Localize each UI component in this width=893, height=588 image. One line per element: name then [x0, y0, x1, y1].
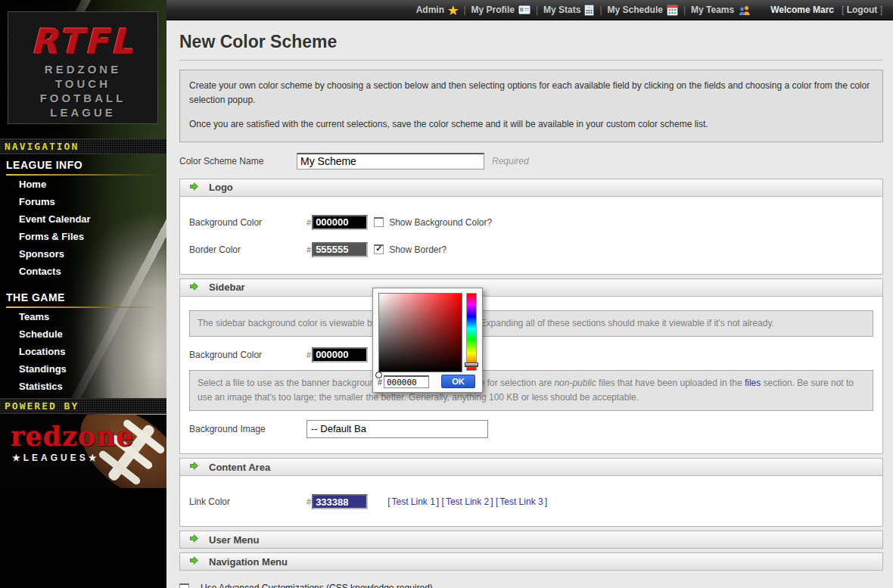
files-link[interactable]: files [745, 378, 761, 388]
section-header-sidebar[interactable]: Sidebar [179, 278, 883, 297]
field-label: Background Color [189, 217, 306, 228]
intro-paragraph-2: Once you are satisfied with the current … [189, 117, 873, 132]
page-title: New Color Scheme [179, 32, 883, 52]
league-logo-line: FOOTBALL [8, 91, 157, 105]
topbar-my-schedule[interactable]: My Schedule [608, 5, 678, 16]
topbar-my-stats[interactable]: My Stats [543, 5, 594, 16]
logout-wrap: [ Logout ] [842, 5, 882, 15]
field-label: Background Color [189, 350, 306, 360]
powered-by-led-banner: POWERED BY [0, 398, 166, 414]
section-header-logo[interactable]: Logo [179, 179, 883, 197]
group-icon [738, 5, 751, 16]
hue-slider[interactable] [466, 293, 477, 371]
league-sidebar: RTFL REDZONE TOUCH FOOTBALL LEAGUE NAVIG… [0, 0, 166, 588]
league-logo-acronym: RTFL [8, 21, 157, 62]
main-content: New Color Scheme Create your own color s… [166, 20, 893, 588]
test-link-2[interactable]: Test Link 2 [446, 496, 489, 507]
logo-border-color-input[interactable] [312, 242, 368, 257]
checkbox-label: Show Background Color? [389, 217, 492, 228]
vcard-icon [518, 5, 531, 14]
separator: | [463, 5, 465, 15]
section-header-navigation-menu[interactable]: Navigation Menu [179, 552, 883, 571]
star-icon: ★ [448, 5, 458, 16]
section-body-logo: Background Color # Show Background Color… [179, 197, 883, 275]
show-border-checkbox[interactable] [374, 244, 384, 254]
sidebar-item-contacts[interactable]: Contacts [0, 263, 166, 280]
advanced-customizations-checkbox[interactable] [179, 583, 189, 588]
league-logo-line: REDZONE [8, 62, 157, 76]
redzone-leagues-brand[interactable]: redzone ★LEAGUES★ [0, 415, 166, 488]
sidebar-item-forms-files[interactable]: Forms & Files [0, 228, 166, 245]
color-picker-popup: # OK [372, 288, 483, 393]
sidebar-background-color-row: Background Color # [189, 346, 873, 364]
sidebar-item-forums[interactable]: Forums [0, 193, 166, 210]
sidebar-item-standings[interactable]: Standings [0, 360, 166, 378]
topbar-my-teams[interactable]: My Teams [691, 5, 751, 16]
test-links: [Test Link 1] [Test Link 2] [Test Link 3… [387, 496, 547, 507]
background-image-select[interactable]: -- Default Ba [306, 420, 488, 438]
logout-link[interactable]: Logout [847, 5, 878, 15]
separator: | [599, 5, 602, 15]
test-link-1[interactable]: Test Link 1 [391, 496, 434, 507]
link-color-row: Link Color # [Test Link 1] [Test Link 2]… [189, 493, 873, 511]
green-arrow-icon [189, 534, 199, 546]
calculator-icon [584, 5, 594, 16]
section-body-content-area: Link Color # [Test Link 1] [Test Link 2]… [179, 476, 883, 527]
logo-border-color-row: Border Color # Show Border? [189, 241, 873, 259]
field-label: Link Color [189, 496, 306, 507]
css-abbr: CSS [329, 583, 348, 588]
show-background-color-checkbox[interactable] [374, 217, 384, 227]
hash-symbol: # [306, 218, 311, 227]
top-user-bar: Admin ★ | My Profile | My Stats | My Sch… [166, 0, 893, 20]
navigation-led-banner: NAVIGATION [0, 138, 166, 154]
saturation-value-square[interactable] [378, 293, 462, 372]
calendar-icon [667, 5, 678, 16]
section-header-user-menu[interactable]: User Menu [179, 530, 883, 549]
sidebar-item-event-calendar[interactable]: Event Calendar [0, 210, 166, 228]
league-logo-line: LEAGUE [8, 105, 157, 120]
separator: | [683, 5, 686, 15]
welcome-user-label: Welcome Marc [770, 5, 834, 15]
topbar-my-profile[interactable]: My Profile [471, 5, 531, 15]
color-scheme-name-row: Color Scheme Name Required [179, 153, 883, 170]
green-arrow-icon [189, 555, 199, 568]
picker-ok-button[interactable]: OK [441, 375, 475, 388]
background-image-row: Background Image -- Default Ba [189, 420, 873, 438]
intro-paragraph-1: Create your own color scheme by choosing… [189, 79, 873, 107]
sidebar-item-schedule[interactable]: Schedule [0, 325, 166, 343]
sidebar-background-color-input[interactable] [312, 347, 368, 362]
sidebar-item-statistics[interactable]: Statistics [0, 378, 166, 395]
green-arrow-icon [189, 182, 199, 194]
advanced-customizations-row: Use Advanced Customizations (CSS knowled… [179, 583, 883, 588]
field-label: Background Image [189, 424, 306, 434]
link-color-input[interactable] [312, 494, 368, 509]
sidebar-item-teams[interactable]: Teams [0, 308, 166, 325]
brand-subtitle: ★LEAGUES★ [12, 453, 100, 463]
background-image-note: Select a file to use as the banner backg… [189, 370, 873, 411]
sidebar-item-home[interactable]: Home [0, 176, 166, 193]
green-arrow-icon [189, 461, 199, 473]
color-scheme-name-label: Color Scheme Name [179, 156, 297, 166]
field-label: Border Color [189, 244, 306, 255]
hash-symbol: # [306, 350, 311, 359]
league-logo-line: TOUCH [8, 76, 157, 91]
separator: | [536, 5, 538, 15]
sidebar-item-sponsors[interactable]: Sponsors [0, 245, 166, 263]
color-scheme-name-input[interactable] [297, 153, 484, 170]
brand-name: redzone [11, 421, 134, 452]
league-logo[interactable]: RTFL REDZONE TOUCH FOOTBALL LEAGUE [8, 11, 158, 124]
section-body-sidebar: The sidebar background color is viewable… [179, 297, 883, 455]
section-header-content-area[interactable]: Content Area [179, 458, 883, 476]
intro-instructions: Create your own color scheme by choosing… [179, 70, 883, 142]
nav-header-the-game: THE GAME [0, 289, 166, 308]
checkbox-label: Show Border? [389, 244, 446, 255]
topbar-admin[interactable]: Admin ★ [416, 5, 459, 16]
hue-slider-handle[interactable] [465, 362, 478, 367]
picker-hex-input[interactable] [384, 375, 429, 388]
logo-background-color-row: Background Color # Show Background Color… [189, 213, 873, 232]
nav-header-league-info: LEAGUE INFO [0, 157, 166, 176]
sidebar-navigation: LEAGUE INFO Home Forums Event Calendar F… [0, 157, 166, 395]
sidebar-item-locations[interactable]: Locations [0, 343, 166, 360]
test-link-3[interactable]: Test Link 3 [499, 496, 543, 507]
logo-background-color-input[interactable] [312, 215, 368, 230]
